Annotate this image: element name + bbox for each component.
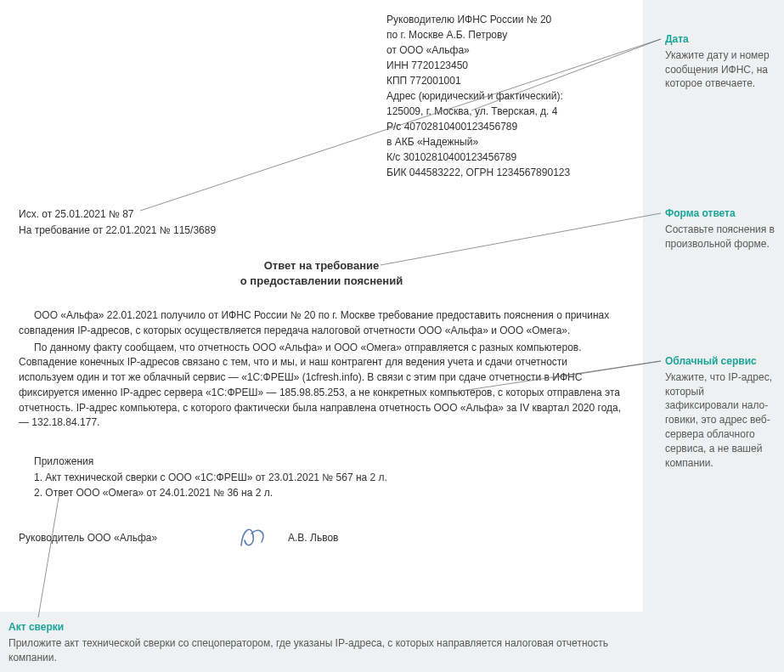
document-title-line2: о предоставлении пояснений <box>0 273 643 290</box>
attachment-item-1: 1. Акт технической сверки с ООО «1С:ФРЕШ… <box>19 470 387 486</box>
callout-act: Акт сверки Приложите акт технической све… <box>8 620 637 664</box>
body-paragraph-1: ООО «Альфа» 22.01.2021 получило от ИФНС … <box>19 308 624 339</box>
callout-form: Форма ответа Составьте пояснения в произ… <box>665 206 780 251</box>
header-line: по г. Москве А.Б. Петрову <box>386 27 629 42</box>
outgoing-number: Исх. от 25.01.2021 № 87 <box>19 206 216 223</box>
header-line: 125009, г. Москва, ул. Тверская, д. 4 <box>386 104 629 119</box>
callout-cloud: Облачный сервис Укажите, что IP-адрес, к… <box>665 354 780 470</box>
signature-line: Руководитель ООО «Альфа» А.В. Львов <box>19 532 624 544</box>
callout-date: Дата Укажите дату и номер сообщения ИФНС… <box>665 32 780 91</box>
attachments-title: Приложения <box>19 454 387 470</box>
header-line: КПП 772001001 <box>386 73 629 88</box>
body-text: ООО «Альфа» 22.01.2021 получило от ИФНС … <box>19 308 624 432</box>
header-line: Р/с 40702810400123456789 <box>386 119 629 134</box>
recipient-block: Руководителю ИФНС России № 20 по г. Моск… <box>386 12 629 180</box>
document-title-line1: Ответ на требование <box>0 257 643 274</box>
header-line: К/с 30102810400123456789 <box>386 150 629 165</box>
attachments-block: Приложения 1. Акт технической сверки с О… <box>19 454 387 501</box>
demand-reference: На требование от 22.01.2021 № 115/3689 <box>19 223 216 239</box>
body-paragraph-2: По данному факту сообщаем, что отчетност… <box>19 341 624 432</box>
document-page: Руководителю ИФНС России № 20 по г. Моск… <box>0 0 643 612</box>
callout-text: Приложите акт технической сверки со спец… <box>8 636 637 665</box>
callout-title: Акт сверки <box>8 620 637 635</box>
callout-title: Форма ответа <box>665 206 780 221</box>
signer-role: Руководитель ООО «Альфа» <box>19 532 157 544</box>
header-line: Адрес (юридический и фактический): <box>386 88 629 104</box>
callout-text: Укажите дату и номер сообщения ИФНС, на … <box>665 48 780 91</box>
header-line: от ООО «Альфа» <box>386 42 629 58</box>
attachment-item-2: 2. Ответ ООО «Омега» от 24.01.2021 № 36 … <box>19 485 387 501</box>
outgoing-refs: Исх. от 25.01.2021 № 87 На требование от… <box>19 206 216 239</box>
callout-text: Укажите, что IP-адрес, который зафиксиро… <box>665 370 780 471</box>
header-line: ИНН 7720123450 <box>386 58 629 73</box>
callout-text: Составьте пояснения в произвольной форме… <box>665 223 780 251</box>
header-line: БИК 044583222, ОГРН 1234567890123 <box>386 165 629 180</box>
header-line: Руководителю ИФНС России № 20 <box>386 12 629 27</box>
callout-title: Облачный сервис <box>665 354 780 369</box>
callout-title: Дата <box>665 32 780 47</box>
signature-icon <box>233 520 275 552</box>
signer-name: А.В. Львов <box>288 532 338 544</box>
header-line: в АКБ «Надежный» <box>386 134 629 150</box>
